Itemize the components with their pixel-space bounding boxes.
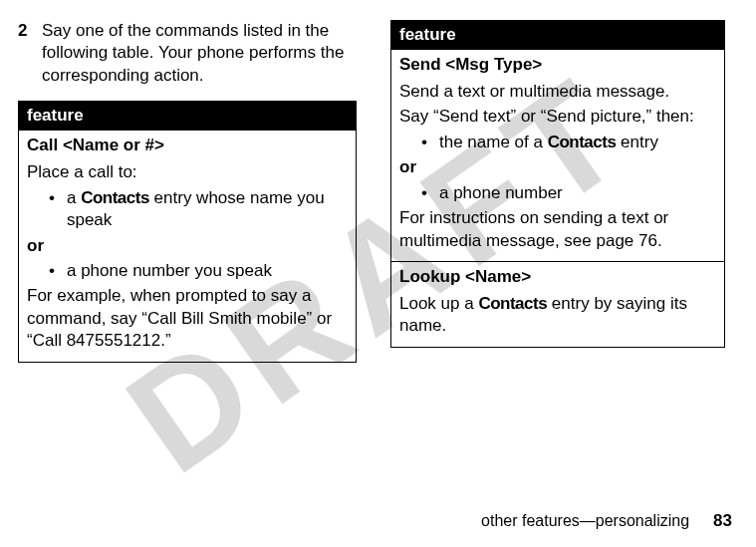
row-line2: Say “Send text” or “Send picture,” then: — [399, 106, 716, 128]
bullet-text: a phone number — [439, 182, 563, 204]
bullet-list: • the name of a Contacts entry — [421, 132, 716, 153]
row-after: For instructions on sending a text or mu… — [399, 207, 716, 252]
bullet-icon: • — [421, 182, 427, 204]
row-title: Call <Name or #> — [27, 135, 348, 157]
feature-table-right: feature Send <Msg Type> Send a text or m… — [390, 20, 725, 348]
page-footer: other features—personalizing 83 — [481, 511, 732, 531]
row-line1: Send a text or multimedia message. — [399, 81, 716, 103]
list-item: • the name of a Contacts entry — [421, 132, 716, 153]
bullet-icon: • — [421, 132, 427, 153]
row-example: For example, when prompted to say a comm… — [27, 285, 348, 352]
step-2: 2 Say one of the commands listed in the … — [18, 20, 357, 87]
bullet-text: the name of a Contacts entry — [439, 132, 658, 153]
bullet-list: • a phone number — [421, 182, 716, 204]
or-separator: or — [27, 235, 348, 257]
page-number: 83 — [713, 511, 732, 531]
table-row: Lookup <Name> Look up a Contacts entry b… — [391, 261, 724, 347]
left-column: 2 Say one of the commands listed in the … — [18, 20, 357, 487]
feature-table-left: feature Call <Name or #> Place a call to… — [18, 101, 357, 362]
table-row: Send <Msg Type> Send a text or multimedi… — [391, 50, 724, 261]
table-header: feature — [19, 102, 356, 131]
page-content: 2 Say one of the commands listed in the … — [18, 20, 732, 487]
bullet-text: a Contacts entry whose name you speak — [67, 187, 348, 232]
footer-section: other features—personalizing — [481, 512, 689, 530]
step-text: Say one of the commands listed in the fo… — [42, 20, 357, 87]
bullet-icon: • — [49, 187, 55, 232]
bullet-list: • a Contacts entry whose name you speak — [49, 187, 348, 232]
row-title: Lookup <Name> — [399, 266, 716, 289]
row-title: Send <Msg Type> — [399, 54, 716, 77]
list-item: • a Contacts entry whose name you speak — [49, 187, 348, 232]
list-item: • a phone number you speak — [49, 260, 348, 282]
table-header: feature — [391, 21, 724, 50]
bullet-text: a phone number you speak — [67, 260, 272, 282]
right-column: feature Send <Msg Type> Send a text or m… — [390, 20, 725, 487]
row-line: Look up a Contacts entry by saying its n… — [399, 293, 716, 338]
list-item: • a phone number — [421, 182, 716, 204]
row-intro: Place a call to: — [27, 161, 348, 183]
step-number: 2 — [18, 20, 28, 87]
or-separator: or — [399, 156, 716, 178]
bullet-icon: • — [49, 260, 55, 282]
table-row: Call <Name or #> Place a call to: • a Co… — [19, 131, 356, 361]
bullet-list: • a phone number you speak — [49, 260, 348, 282]
